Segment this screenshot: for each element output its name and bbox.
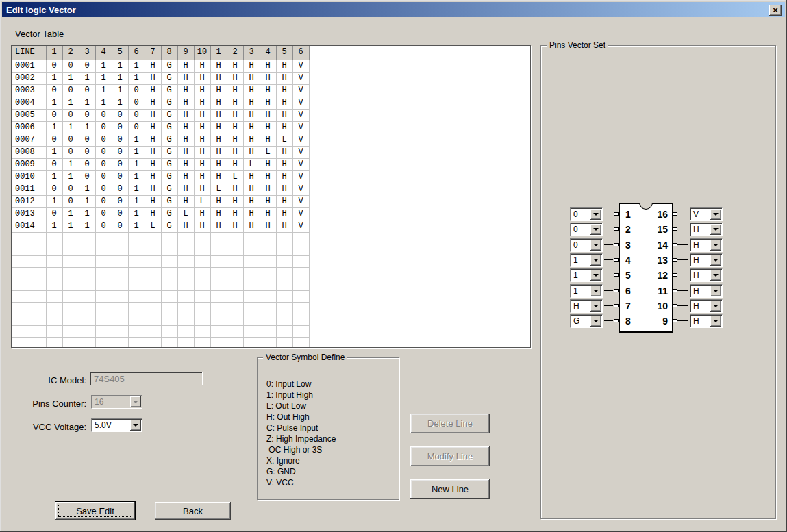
chip-pin-number-16: 16 <box>645 208 668 220</box>
chip-pin-number-1: 1 <box>625 208 640 220</box>
symbol-define-line: G: GND <box>266 466 336 477</box>
pins-counter-label: Pins Counter: <box>12 398 86 409</box>
symbol-define-line: C: Pulse Input <box>266 422 336 433</box>
dropdown-arrow-icon[interactable] <box>710 286 721 296</box>
pin-select-value: H <box>693 225 699 234</box>
pin-select-value: H <box>693 286 699 296</box>
dropdown-arrow-icon[interactable] <box>590 240 601 251</box>
delete-line-button: Delete Line <box>410 414 490 433</box>
pin-select-12[interactable]: H <box>690 268 723 282</box>
pin-select-4[interactable]: 1 <box>570 253 603 267</box>
pin-wire <box>604 275 613 275</box>
pin-stub-icon <box>673 289 677 292</box>
pin-select-7[interactable]: H <box>570 299 603 313</box>
edit-logic-vector-dialog: Edit logic Vector × Vector Table LINE123… <box>0 0 787 532</box>
pin-select-value: H <box>693 255 699 265</box>
pin-stub-icon <box>673 258 677 262</box>
dropdown-arrow-icon[interactable] <box>710 301 721 312</box>
pin-select-14[interactable]: H <box>690 238 723 252</box>
pin-select-5[interactable]: 1 <box>570 268 603 282</box>
pin-select-10[interactable]: H <box>690 299 723 313</box>
symbol-define-list: 0: Input Low1: Input HighL: Out LowH: Ou… <box>266 379 336 488</box>
pin-wire <box>604 229 613 229</box>
pin-select-value: 0 <box>573 225 578 234</box>
chip-pin-number-8: 8 <box>625 315 640 327</box>
pin-stub-icon <box>673 227 677 231</box>
symbol-define-line: Z: High Impedance <box>266 433 336 444</box>
vector-symbol-define-label: Vector Symbol Define <box>263 353 347 362</box>
pin-wire <box>604 259 613 260</box>
pin-select-value: H <box>693 301 699 311</box>
chip-pin-number-11: 11 <box>645 285 668 297</box>
pin-select-13[interactable]: H <box>690 253 723 267</box>
chip-pin-number-4: 4 <box>625 254 640 266</box>
pin-stub-icon <box>673 243 677 246</box>
pin-select-value: H <box>693 240 699 250</box>
ic-model-field: 74S405 <box>90 372 203 385</box>
pin-select-value: 1 <box>573 286 578 296</box>
pin-select-15[interactable]: H <box>690 223 723 236</box>
pin-select-value: 1 <box>573 255 578 265</box>
chip-pin-number-5: 5 <box>625 269 640 281</box>
pin-select-9[interactable]: H <box>690 314 723 328</box>
pin-wire <box>604 214 613 214</box>
dropdown-arrow-icon[interactable] <box>590 255 601 266</box>
dropdown-arrow-icon[interactable] <box>590 209 601 220</box>
new-line-button[interactable]: New Line <box>410 479 490 499</box>
pin-select-value: H <box>693 316 699 326</box>
chip-pin-number-7: 7 <box>625 300 640 312</box>
chip-pin-number-10: 10 <box>645 300 668 312</box>
pin-select-value: 0 <box>573 210 578 219</box>
dropdown-arrow-icon[interactable] <box>710 240 721 251</box>
pin-stub-icon <box>614 304 619 307</box>
chip-pin-number-6: 6 <box>625 285 640 297</box>
save-edit-button[interactable]: Save Edit <box>55 502 135 520</box>
pin-wire <box>677 305 688 306</box>
pin-select-value: G <box>573 316 579 326</box>
pin-wire <box>677 244 688 245</box>
pin-select-1[interactable]: 0 <box>570 207 603 221</box>
ic-model-label: IC Model: <box>12 375 86 385</box>
chip-pin-number-2: 2 <box>625 223 640 236</box>
pin-wire <box>604 320 613 321</box>
vector-symbol-define-group: Vector Symbol Define 0: Input Low1: Inpu… <box>257 357 399 500</box>
dropdown-arrow-icon[interactable] <box>710 270 721 281</box>
symbol-define-line: 1: Input High <box>266 390 336 401</box>
symbol-define-line: X: Ignore <box>266 455 336 466</box>
dropdown-arrow-icon[interactable] <box>590 270 601 281</box>
dropdown-arrow-icon[interactable] <box>710 255 721 266</box>
pin-select-value: 1 <box>573 270 578 280</box>
dropdown-arrow-icon <box>130 396 141 407</box>
pin-wire <box>604 305 613 306</box>
dropdown-arrow-icon[interactable] <box>130 420 141 431</box>
pin-stub-icon <box>673 212 677 216</box>
dropdown-arrow-icon[interactable] <box>710 224 721 235</box>
chip-pin-number-3: 3 <box>625 239 640 251</box>
pin-select-value: V <box>693 210 699 219</box>
pin-stub-icon <box>614 212 619 216</box>
pin-select-3[interactable]: 0 <box>570 238 603 252</box>
back-button[interactable]: Back <box>155 502 231 520</box>
pin-select-16[interactable]: V <box>690 207 723 221</box>
dropdown-arrow-icon[interactable] <box>710 209 721 220</box>
ic-model-value: 74S405 <box>94 374 125 384</box>
dropdown-arrow-icon[interactable] <box>590 301 601 312</box>
pin-select-8[interactable]: G <box>570 314 603 328</box>
symbol-define-line: V: VCC <box>266 477 336 488</box>
pin-wire <box>604 244 613 245</box>
pin-stub-icon <box>614 273 619 277</box>
pins-counter-select: 16 <box>91 395 142 409</box>
pin-select-6[interactable]: 1 <box>570 284 603 298</box>
pin-select-11[interactable]: H <box>690 284 723 298</box>
vcc-voltage-select[interactable]: 5.0V <box>91 418 142 432</box>
dropdown-arrow-icon[interactable] <box>710 316 721 327</box>
symbol-define-line: 0: Input Low <box>266 379 336 390</box>
pin-select-2[interactable]: 0 <box>570 223 603 236</box>
chip-pin-number-14: 14 <box>645 239 668 251</box>
symbol-define-line: OC High or 3S <box>266 444 336 455</box>
dropdown-arrow-icon[interactable] <box>590 224 601 235</box>
dropdown-arrow-icon[interactable] <box>590 316 601 327</box>
pin-stub-icon <box>614 243 619 246</box>
pin-stub-icon <box>673 273 677 277</box>
dropdown-arrow-icon[interactable] <box>590 286 601 296</box>
